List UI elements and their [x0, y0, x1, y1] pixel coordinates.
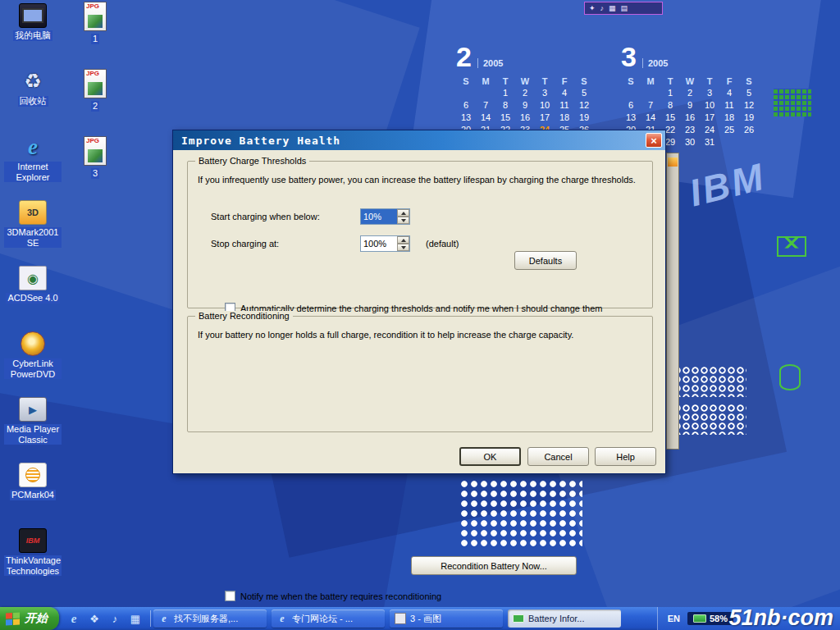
taskbar: 开始 找不到服务器,... 专门网论坛 - ... 3 - 画图 [0, 607, 840, 630]
battery-charge-thresholds-group: Battery Charge Thresholds If you infrequ… [187, 161, 653, 308]
calendar-day [621, 88, 641, 98]
calendar-day-header: T [495, 76, 515, 86]
calendar-day: 7 [476, 100, 495, 111]
defaults-button[interactable]: Defaults [514, 251, 577, 270]
ok-button[interactable]: OK [459, 447, 521, 466]
battery-indicator[interactable]: 58% [687, 612, 733, 625]
desktop-icon[interactable]: ThinkVantage Technologies [4, 528, 62, 594]
calendar-day-headers: SMTWTFS [456, 76, 597, 86]
calendar-day: 2 [680, 88, 700, 98]
calendar-day: 23 [680, 125, 700, 135]
desktop-icon-label: 我的电脑 [13, 30, 52, 41]
close-button[interactable]: × [646, 133, 662, 148]
calendar-day: 6 [621, 100, 641, 111]
desktop-icon[interactable]: CyberLink PowerDVD [4, 331, 62, 397]
spinner-down-icon[interactable] [397, 244, 409, 251]
recondition-button-label: Recondition Battery Now... [441, 561, 547, 571]
windows-logo-icon [6, 612, 20, 625]
desktop-icon-label: ThinkVantage Technologies [4, 555, 62, 576]
dialog-titlebar[interactable]: Improve Battery Health × [173, 130, 665, 150]
start-label: 开始 [25, 611, 48, 626]
stop-charge-spinner[interactable]: 100% [360, 235, 410, 252]
language-indicator[interactable]: EN [668, 614, 680, 623]
desktop-icon-label: Internet Explorer [4, 162, 62, 182]
jpg-file-icon[interactable]: JPG 2 [75, 69, 115, 136]
desktop-icon[interactable]: ACDSee 4.0 [4, 266, 62, 331]
taskbar-task-button[interactable]: Battery Infor... [508, 609, 621, 628]
ok-button-label: OK [484, 452, 497, 462]
desktop-icon[interactable]: Media Player Classic [4, 397, 62, 463]
desktop-icon-image [21, 331, 45, 356]
calendar-day-header: T [535, 76, 555, 86]
desktop-icon-image [19, 200, 47, 225]
help-button[interactable]: Help [595, 447, 656, 466]
stop-charging-label: Stop charging at: [211, 239, 279, 249]
calendar-day: 12 [739, 100, 759, 111]
calendar-day: 1 [495, 88, 515, 98]
spinner-up-icon[interactable] [397, 209, 409, 217]
status-icon [621, 4, 628, 12]
start-button[interactable]: 开始 [0, 607, 59, 630]
reconditioning-description: If your battery no longer holds a full c… [198, 330, 642, 340]
keyboard-icon [774, 89, 811, 116]
calendar-day: 19 [739, 112, 759, 123]
taskbar-task-button[interactable]: 3 - 画图 [390, 609, 503, 628]
calendar-day: 24 [700, 125, 719, 135]
jpg-file-label: 2 [91, 101, 99, 112]
spinner-down-icon[interactable] [397, 217, 409, 224]
calendar-day: 3 [535, 88, 555, 98]
start-charging-label: Start charging when below: [211, 212, 320, 221]
cancel-button[interactable]: Cancel [527, 447, 589, 466]
start-charge-value[interactable]: 10% [361, 209, 397, 224]
start-charge-spinner[interactable]: 10% [360, 208, 410, 225]
task-label: 找不到服务器,... [174, 613, 238, 625]
desktop-icon[interactable]: PCMark04 [4, 463, 62, 528]
dot-grid [673, 404, 746, 435]
recondition-battery-button[interactable]: Recondition Battery Now... [411, 556, 577, 575]
calendar-day: 3 [700, 88, 719, 98]
checkbox-box[interactable] [225, 591, 235, 601]
jpg-file-icon[interactable]: JPG 3 [75, 136, 115, 203]
jpg-badge: JPG [86, 70, 99, 77]
desktop-icon[interactable]: 回收站 [4, 69, 62, 135]
calendar-month-header: 2 2005 [456, 43, 597, 71]
close-icon: × [651, 135, 657, 147]
month-year: 2005 [477, 58, 503, 68]
calendar-day-header: S [456, 76, 476, 86]
calendar-day: 9 [515, 100, 535, 111]
calendar-day: 5 [739, 88, 759, 98]
jpg-file-icon[interactable]: JPG 1 [75, 2, 115, 69]
calendar-day: 16 [515, 112, 535, 123]
calendar-day: 11 [719, 100, 739, 111]
desktop-icon[interactable]: Internet Explorer [4, 135, 62, 200]
calendar-day: 30 [680, 137, 700, 148]
taskbar-task-button[interactable]: 专门网论坛 - ... [272, 609, 385, 628]
calendar-day-header: W [515, 76, 535, 86]
quick-launch-icon[interactable] [128, 611, 143, 626]
task-icon [276, 613, 288, 624]
group-title: Battery Charge Thresholds [195, 156, 309, 166]
desktop-icon[interactable]: 我的电脑 [4, 3, 62, 69]
background-window-icon [668, 158, 678, 167]
calendar-day: 16 [680, 112, 700, 123]
calendar-day-header: S [574, 76, 594, 86]
calendar-day: 19 [574, 112, 594, 123]
quick-launch-icon[interactable] [87, 611, 102, 626]
jpg-badge: JPG [86, 137, 99, 144]
stop-charge-value[interactable]: 100% [361, 236, 397, 251]
notify-reconditioning-checkbox[interactable]: Notify me when the battery requires reco… [225, 591, 441, 601]
desktop-icon[interactable]: 3DMark2001 SE [4, 200, 62, 266]
background-window-edge[interactable] [666, 153, 679, 450]
calendar-day: 10 [700, 100, 719, 111]
battery-reconditioning-group: Battery Reconditioning If your battery n… [187, 316, 653, 432]
task-icon [158, 613, 170, 624]
calendar-day: 17 [535, 112, 555, 123]
quick-launch-icon[interactable] [107, 611, 122, 626]
quick-launch-icon[interactable] [66, 611, 81, 626]
calendar-day-header: M [476, 76, 495, 86]
taskbar-task-button[interactable]: 找不到服务器,... [153, 609, 267, 628]
spinner-up-icon[interactable] [397, 236, 409, 244]
desktop-icon-image [19, 69, 47, 94]
calendar-day [476, 88, 495, 98]
calendar-day: 9 [680, 100, 700, 111]
